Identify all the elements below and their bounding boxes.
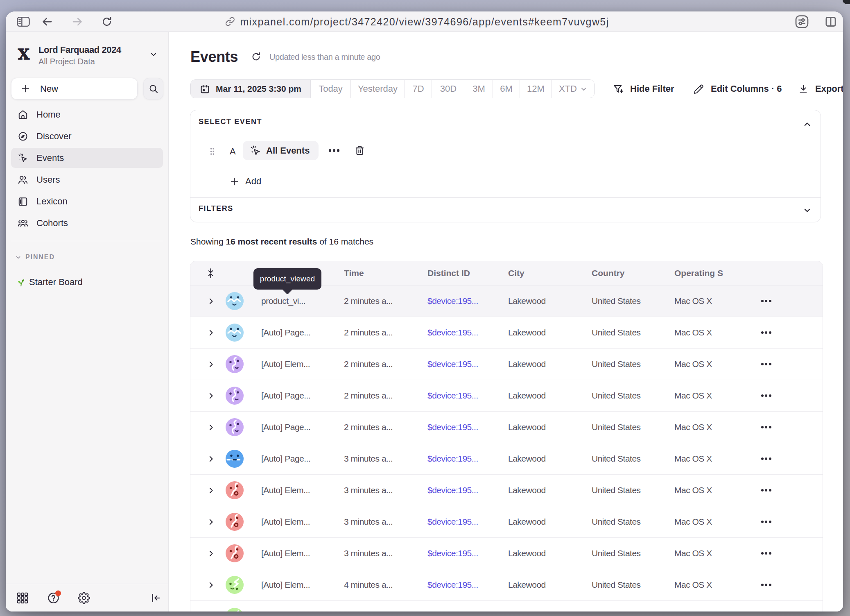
- table-row[interactable]: [Auto] Page... 3 minutes a... $device:19…: [190, 443, 823, 475]
- row-actions-button[interactable]: [757, 506, 775, 537]
- table-row[interactable]: [Auto] Elem... 3 minutes a... $device:19…: [190, 538, 823, 569]
- row-expand-chevron-icon[interactable]: [207, 443, 215, 474]
- country-cell: United States: [592, 443, 671, 474]
- row-actions-button[interactable]: [757, 475, 775, 506]
- column-header-city[interactable]: City: [508, 261, 588, 285]
- edit-columns-button[interactable]: Edit Columns · 6: [694, 79, 782, 98]
- row-expand-chevron-icon[interactable]: [207, 412, 215, 443]
- trash-icon[interactable]: [355, 145, 365, 156]
- row-actions-button[interactable]: [757, 412, 775, 443]
- range-button-7d[interactable]: 7D: [405, 80, 432, 98]
- distinct-id-link[interactable]: $device:195...: [427, 349, 507, 380]
- collapse-section-chevron-up-icon[interactable]: [803, 120, 812, 129]
- expand-filters-chevron-down-icon[interactable]: [803, 206, 812, 215]
- refresh-icon[interactable]: [251, 52, 261, 62]
- distinct-id-link[interactable]: $device:195...: [427, 538, 507, 569]
- country-cell: United States: [592, 506, 671, 537]
- distinct-id-link[interactable]: $device:195...: [427, 317, 507, 348]
- distinct-id-link[interactable]: $device:195...: [427, 380, 507, 411]
- sidebar-item-home[interactable]: Home: [11, 104, 163, 125]
- sidebar-item-discover[interactable]: Discover: [11, 126, 163, 146]
- range-button-today[interactable]: Today: [311, 80, 351, 98]
- table-row[interactable]: [Auto] Elem... 2 minutes a... $device:19…: [190, 349, 823, 380]
- row-actions-button[interactable]: [757, 601, 775, 611]
- browser-splitview-icon[interactable]: [825, 16, 836, 27]
- row-actions-button[interactable]: [757, 349, 775, 380]
- lexicon-book-icon: [18, 196, 28, 207]
- browser-reload-icon[interactable]: [101, 16, 113, 27]
- range-button-yesterday[interactable]: Yesterday: [351, 80, 405, 98]
- row-expand-chevron-icon[interactable]: [207, 538, 215, 569]
- row-expand-chevron-icon[interactable]: [207, 569, 215, 600]
- distinct-id-link[interactable]: $device:195...: [427, 443, 507, 474]
- sidebar-item-starter-board[interactable]: Starter Board: [11, 272, 163, 292]
- event-row-menu-button[interactable]: [328, 141, 340, 160]
- row-actions-button[interactable]: [757, 380, 775, 411]
- row-actions-button[interactable]: [757, 569, 775, 600]
- hide-filter-button[interactable]: Hide Filter: [613, 79, 674, 98]
- browser-extensions-icon[interactable]: [795, 15, 809, 28]
- row-expand-chevron-icon[interactable]: [207, 317, 215, 348]
- row-actions-button[interactable]: [757, 285, 775, 317]
- distinct-id-link[interactable]: $device:195...: [427, 412, 507, 443]
- row-actions-button[interactable]: [757, 538, 775, 569]
- row-expand-chevron-icon[interactable]: [207, 285, 215, 317]
- browser-sidebar-toggle-icon[interactable]: [16, 16, 30, 27]
- export-button[interactable]: Export: [798, 79, 843, 98]
- row-expand-chevron-icon[interactable]: [207, 349, 215, 380]
- workspace-name[interactable]: Lord Farquaad 2024: [38, 45, 121, 55]
- collapse-sidebar-icon[interactable]: [150, 592, 161, 603]
- table-row[interactable]: [Auto] Elem... 3 minutes a... $device:19…: [190, 475, 823, 506]
- column-header-country[interactable]: Country: [592, 261, 671, 285]
- table-row[interactable]: [Auto] Page... 2 minutes a... $device:19…: [190, 380, 823, 412]
- mixpanel-logo[interactable]: [16, 47, 32, 62]
- date-picker-button[interactable]: Mar 11, 2025 3:30 pm: [191, 80, 311, 98]
- column-header-distinct-id[interactable]: Distinct ID: [427, 261, 507, 285]
- row-actions-button[interactable]: [757, 443, 775, 474]
- sidebar-item-lexicon[interactable]: Lexicon: [11, 191, 163, 211]
- address-bar[interactable]: mixpanel.com/project/3472420/view/397469…: [225, 16, 609, 27]
- browser-window: mixpanel.com/project/3472420/view/397469…: [6, 11, 843, 611]
- sidebar-item-cohorts[interactable]: Cohorts: [11, 213, 163, 233]
- new-button[interactable]: New: [11, 78, 138, 100]
- all-events-chip[interactable]: All Events: [243, 141, 319, 160]
- row-actions-button[interactable]: [757, 317, 775, 348]
- column-header-time[interactable]: Time: [344, 261, 424, 285]
- search-button[interactable]: [143, 78, 163, 100]
- browser-back-icon[interactable]: [41, 16, 53, 28]
- range-button-3m[interactable]: 3M: [465, 80, 493, 98]
- table-row[interactable]: [Auto] Elem... 3 minutes a... $device:19…: [190, 506, 823, 538]
- table-row[interactable]: [Auto] Page... 2 minutes a... $device:19…: [190, 317, 823, 349]
- browser-forward-icon[interactable]: [71, 16, 84, 28]
- distinct-id-link[interactable]: $device:195...: [427, 569, 507, 600]
- settings-gear-icon[interactable]: [78, 592, 90, 604]
- column-header-os[interactable]: Operating S: [674, 261, 760, 285]
- range-button-xtd[interactable]: XTD: [552, 80, 594, 98]
- workspace-chevron-down-icon[interactable]: [150, 51, 157, 58]
- row-expand-chevron-icon[interactable]: [207, 475, 215, 506]
- range-button-12m[interactable]: 12M: [520, 80, 552, 98]
- range-button-6m[interactable]: 6M: [493, 80, 520, 98]
- pinned-section-header[interactable]: PINNED: [6, 251, 55, 263]
- distinct-id-link[interactable]: $device:195...: [427, 475, 507, 506]
- table-row[interactable]: [Auto] Page... 2 minutes a... $device:19…: [190, 412, 823, 443]
- user-avatar: [226, 443, 244, 474]
- sidebar-item-events[interactable]: Events: [11, 148, 163, 168]
- city-cell: Lakewood: [508, 412, 588, 443]
- sidebar-item-users[interactable]: Users: [11, 170, 163, 190]
- row-expand-chevron-icon[interactable]: [207, 506, 215, 537]
- distinct-id-link[interactable]: [427, 601, 507, 611]
- add-event-button[interactable]: Add: [230, 176, 261, 187]
- row-expand-chevron-icon[interactable]: [207, 380, 215, 411]
- distinct-id-link[interactable]: $device:195...: [427, 506, 507, 537]
- range-button-30d[interactable]: 30D: [432, 80, 465, 98]
- row-expand-chevron-icon[interactable]: [207, 601, 215, 611]
- help-icon[interactable]: [47, 591, 60, 604]
- drag-handle-icon[interactable]: [209, 147, 215, 156]
- time-cell: 3 minutes a...: [344, 443, 424, 474]
- table-row[interactable]: [190, 601, 823, 611]
- distinct-id-link[interactable]: $device:195...: [427, 285, 507, 317]
- apps-grid-icon[interactable]: [16, 592, 29, 604]
- table-row[interactable]: [Auto] Elem... 4 minutes a... $device:19…: [190, 569, 823, 601]
- collapse-rows-icon[interactable]: [206, 268, 216, 279]
